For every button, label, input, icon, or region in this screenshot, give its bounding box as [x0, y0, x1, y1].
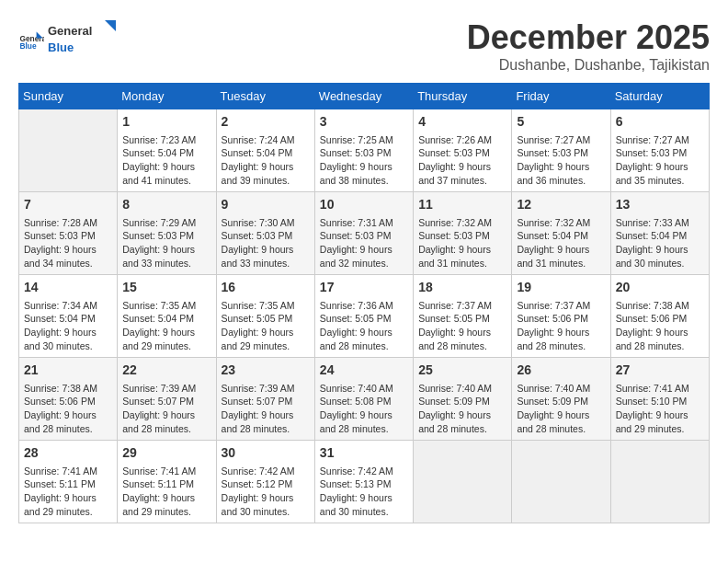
day-number: 12 — [517, 196, 605, 214]
day-number: 31 — [320, 444, 408, 463]
day-number: 16 — [222, 279, 310, 297]
month-title: December 2025 — [467, 18, 710, 57]
svg-text:Blue: Blue — [48, 40, 74, 54]
calendar-cell: 5Sunrise: 7:27 AM Sunset: 5:03 PM Daylig… — [512, 109, 610, 192]
day-number: 17 — [320, 279, 408, 297]
calendar-cell — [19, 109, 118, 192]
cell-info: Sunrise: 7:27 AM Sunset: 5:03 PM Dayligh… — [517, 133, 605, 188]
location-title: Dushanbe, Dushanbe, Tajikistan — [467, 57, 710, 74]
calendar-header-row: SundayMondayTuesdayWednesdayThursdayFrid… — [19, 84, 710, 109]
cell-info: Sunrise: 7:24 AM Sunset: 5:04 PM Dayligh… — [222, 133, 310, 188]
day-number: 18 — [418, 279, 506, 297]
cell-info: Sunrise: 7:37 AM Sunset: 5:06 PM Dayligh… — [517, 299, 605, 353]
cell-info: Sunrise: 7:41 AM Sunset: 5:11 PM Dayligh… — [24, 465, 112, 519]
calendar-table: SundayMondayTuesdayWednesdayThursdayFrid… — [18, 83, 710, 523]
day-number: 4 — [418, 113, 506, 132]
cell-info: Sunrise: 7:42 AM Sunset: 5:13 PM Dayligh… — [320, 465, 408, 519]
cell-info: Sunrise: 7:41 AM Sunset: 5:10 PM Dayligh… — [616, 382, 704, 436]
calendar-cell: 11Sunrise: 7:32 AM Sunset: 5:03 PM Dayli… — [414, 192, 512, 275]
calendar-cell: 8Sunrise: 7:29 AM Sunset: 5:03 PM Daylig… — [118, 192, 216, 275]
cell-info: Sunrise: 7:42 AM Sunset: 5:12 PM Dayligh… — [222, 465, 310, 519]
cell-info: Sunrise: 7:27 AM Sunset: 5:03 PM Dayligh… — [616, 133, 704, 188]
day-number: 1 — [122, 113, 210, 132]
cell-info: Sunrise: 7:36 AM Sunset: 5:05 PM Dayligh… — [320, 299, 408, 353]
calendar-cell — [512, 441, 610, 523]
calendar-cell: 29Sunrise: 7:41 AM Sunset: 5:11 PM Dayli… — [118, 441, 216, 523]
day-number: 20 — [616, 279, 704, 297]
day-number: 21 — [24, 362, 112, 380]
cell-info: Sunrise: 7:29 AM Sunset: 5:03 PM Dayligh… — [122, 216, 210, 270]
logo: General Blue General Blue — [18, 18, 121, 64]
day-number: 3 — [320, 113, 408, 132]
cell-info: Sunrise: 7:39 AM Sunset: 5:07 PM Dayligh… — [222, 382, 310, 436]
day-number: 14 — [24, 279, 112, 297]
calendar-cell: 3Sunrise: 7:25 AM Sunset: 5:03 PM Daylig… — [314, 109, 413, 192]
cell-info: Sunrise: 7:31 AM Sunset: 5:03 PM Dayligh… — [320, 216, 408, 270]
calendar-cell — [610, 441, 709, 523]
page-header: General Blue General Blue December 2025 … — [18, 18, 710, 74]
day-number: 5 — [517, 113, 605, 132]
cell-info: Sunrise: 7:35 AM Sunset: 5:05 PM Dayligh… — [222, 299, 310, 353]
calendar-cell: 1Sunrise: 7:23 AM Sunset: 5:04 PM Daylig… — [118, 109, 216, 192]
calendar-cell: 24Sunrise: 7:40 AM Sunset: 5:08 PM Dayli… — [314, 358, 413, 441]
day-number: 13 — [616, 196, 704, 214]
day-number: 19 — [517, 279, 605, 297]
day-number: 10 — [320, 196, 408, 214]
calendar-cell: 13Sunrise: 7:33 AM Sunset: 5:04 PM Dayli… — [610, 192, 709, 275]
calendar-week-3: 14Sunrise: 7:34 AM Sunset: 5:04 PM Dayli… — [19, 275, 710, 358]
day-number: 6 — [616, 113, 704, 132]
calendar-cell: 6Sunrise: 7:27 AM Sunset: 5:03 PM Daylig… — [610, 109, 709, 192]
cell-info: Sunrise: 7:26 AM Sunset: 5:03 PM Dayligh… — [418, 133, 506, 188]
calendar-cell: 25Sunrise: 7:40 AM Sunset: 5:09 PM Dayli… — [414, 358, 512, 441]
logo-icon: General Blue — [18, 29, 44, 54]
day-header-friday: Friday — [512, 84, 610, 109]
calendar-week-4: 21Sunrise: 7:38 AM Sunset: 5:06 PM Dayli… — [19, 358, 710, 441]
cell-info: Sunrise: 7:25 AM Sunset: 5:03 PM Dayligh… — [320, 133, 408, 188]
calendar-cell: 31Sunrise: 7:42 AM Sunset: 5:13 PM Dayli… — [314, 441, 413, 523]
day-header-wednesday: Wednesday — [314, 84, 413, 109]
cell-info: Sunrise: 7:38 AM Sunset: 5:06 PM Dayligh… — [24, 382, 112, 436]
svg-text:Blue: Blue — [19, 41, 36, 51]
calendar-cell: 16Sunrise: 7:35 AM Sunset: 5:05 PM Dayli… — [216, 275, 314, 358]
svg-text:General: General — [48, 24, 92, 38]
calendar-cell: 17Sunrise: 7:36 AM Sunset: 5:05 PM Dayli… — [314, 275, 413, 358]
day-number: 9 — [222, 196, 310, 214]
calendar-cell: 21Sunrise: 7:38 AM Sunset: 5:06 PM Dayli… — [19, 358, 118, 441]
cell-info: Sunrise: 7:35 AM Sunset: 5:04 PM Dayligh… — [122, 299, 210, 353]
cell-info: Sunrise: 7:30 AM Sunset: 5:03 PM Dayligh… — [222, 216, 310, 270]
calendar-cell: 7Sunrise: 7:28 AM Sunset: 5:03 PM Daylig… — [19, 192, 118, 275]
cell-info: Sunrise: 7:40 AM Sunset: 5:09 PM Dayligh… — [418, 382, 506, 436]
day-number: 8 — [122, 196, 210, 214]
calendar-week-2: 7Sunrise: 7:28 AM Sunset: 5:03 PM Daylig… — [19, 192, 710, 275]
day-header-thursday: Thursday — [414, 84, 512, 109]
calendar-cell: 18Sunrise: 7:37 AM Sunset: 5:05 PM Dayli… — [414, 275, 512, 358]
cell-info: Sunrise: 7:41 AM Sunset: 5:11 PM Dayligh… — [122, 465, 210, 519]
cell-info: Sunrise: 7:40 AM Sunset: 5:09 PM Dayligh… — [517, 382, 605, 436]
calendar-cell: 10Sunrise: 7:31 AM Sunset: 5:03 PM Dayli… — [314, 192, 413, 275]
cell-info: Sunrise: 7:32 AM Sunset: 5:03 PM Dayligh… — [418, 216, 506, 270]
calendar-cell: 28Sunrise: 7:41 AM Sunset: 5:11 PM Dayli… — [19, 441, 118, 523]
title-section: December 2025 Dushanbe, Dushanbe, Tajiki… — [467, 18, 710, 74]
calendar-cell: 26Sunrise: 7:40 AM Sunset: 5:09 PM Dayli… — [512, 358, 610, 441]
calendar-cell: 27Sunrise: 7:41 AM Sunset: 5:10 PM Dayli… — [610, 358, 709, 441]
svg-marker-3 — [105, 20, 116, 31]
day-number: 7 — [24, 196, 112, 214]
cell-info: Sunrise: 7:34 AM Sunset: 5:04 PM Dayligh… — [24, 299, 112, 353]
cell-info: Sunrise: 7:33 AM Sunset: 5:04 PM Dayligh… — [616, 216, 704, 270]
cell-info: Sunrise: 7:28 AM Sunset: 5:03 PM Dayligh… — [24, 216, 112, 270]
day-number: 15 — [122, 279, 210, 297]
cell-info: Sunrise: 7:39 AM Sunset: 5:07 PM Dayligh… — [122, 382, 210, 436]
day-number: 24 — [320, 362, 408, 380]
cell-info: Sunrise: 7:23 AM Sunset: 5:04 PM Dayligh… — [122, 133, 210, 188]
cell-info: Sunrise: 7:32 AM Sunset: 5:04 PM Dayligh… — [517, 216, 605, 270]
calendar-week-1: 1Sunrise: 7:23 AM Sunset: 5:04 PM Daylig… — [19, 109, 710, 192]
cell-info: Sunrise: 7:38 AM Sunset: 5:06 PM Dayligh… — [616, 299, 704, 353]
day-header-sunday: Sunday — [19, 84, 118, 109]
calendar-cell: 15Sunrise: 7:35 AM Sunset: 5:04 PM Dayli… — [118, 275, 216, 358]
calendar-cell: 30Sunrise: 7:42 AM Sunset: 5:12 PM Dayli… — [216, 441, 314, 523]
calendar-cell — [414, 441, 512, 523]
day-number: 25 — [418, 362, 506, 380]
cell-info: Sunrise: 7:40 AM Sunset: 5:08 PM Dayligh… — [320, 382, 408, 436]
calendar-cell: 12Sunrise: 7:32 AM Sunset: 5:04 PM Dayli… — [512, 192, 610, 275]
calendar-cell: 19Sunrise: 7:37 AM Sunset: 5:06 PM Dayli… — [512, 275, 610, 358]
